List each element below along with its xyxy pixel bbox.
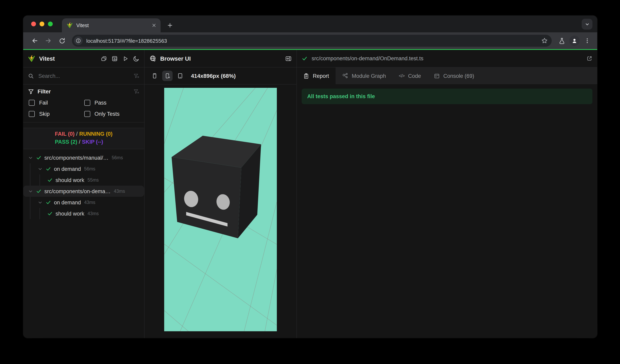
- site-info-button[interactable]: [74, 36, 83, 45]
- vitest-logo: [28, 55, 35, 62]
- device-toolbar: 414x896px (68%): [145, 67, 296, 85]
- test-case-row[interactable]: should work43ms: [23, 208, 144, 219]
- bookmark-star-button[interactable]: [541, 38, 548, 44]
- browser-tab[interactable]: Vitest: [62, 18, 161, 32]
- phone-plus-icon: [164, 73, 170, 79]
- robot-cube: [171, 136, 261, 238]
- profile-avatar[interactable]: [569, 36, 580, 46]
- panel-title: Browser UI: [160, 55, 191, 62]
- test-file-row-selected[interactable]: src/components/on-dema…43ms: [23, 186, 144, 197]
- browser-menu-button[interactable]: [581, 35, 593, 47]
- new-tab-button[interactable]: [164, 19, 176, 31]
- open-external-button[interactable]: [587, 56, 592, 61]
- checkbox[interactable]: [84, 111, 90, 117]
- tab-module-graph[interactable]: Module Graph: [335, 67, 392, 84]
- dashboard-icon: [111, 55, 118, 62]
- fail-count: FAIL (0): [55, 131, 75, 137]
- device-phone-button[interactable]: [149, 71, 160, 81]
- kebab-menu-icon: [584, 38, 590, 44]
- info-icon: [76, 38, 81, 44]
- test-case-row[interactable]: should work55ms: [23, 175, 144, 186]
- filter-option-pass[interactable]: Pass: [84, 100, 140, 106]
- code-icon: </>: [399, 73, 404, 79]
- module-graph-icon: [342, 73, 348, 79]
- chevron-down-icon[interactable]: [38, 166, 43, 171]
- pass-check-icon: [47, 211, 53, 216]
- file-header: src/components/on-demand/OnDemand.test.t…: [297, 50, 597, 67]
- browser-ui-panel: Browser UI 414x896px: [145, 50, 297, 338]
- tab-search-button[interactable]: [582, 19, 592, 29]
- test-suite-row[interactable]: on demand56ms: [23, 163, 144, 175]
- reload-icon: [59, 37, 65, 44]
- device-phone-plus-button[interactable]: [162, 71, 172, 81]
- run-all-button[interactable]: [122, 55, 129, 62]
- reload-button[interactable]: [56, 35, 68, 47]
- flask-icon: [558, 37, 565, 44]
- phone-icon: [151, 73, 158, 79]
- filter-x-icon: [133, 89, 140, 95]
- sidebar-header: Vitest: [23, 50, 144, 67]
- device-tablet-button[interactable]: [175, 71, 185, 81]
- chevron-down-icon[interactable]: [28, 155, 33, 160]
- test-suite-row[interactable]: on demand43ms: [23, 197, 144, 208]
- filter-option-skip[interactable]: Skip: [29, 111, 84, 117]
- back-button[interactable]: [29, 35, 41, 47]
- experiments-button[interactable]: [556, 35, 568, 47]
- filter-x-icon: [133, 73, 140, 79]
- search-input[interactable]: [38, 73, 130, 79]
- pass-check-icon: [46, 166, 51, 172]
- filter-section: Filter Fail Pass Skip Only Tests: [23, 85, 144, 123]
- maximize-window-button[interactable]: [48, 22, 53, 26]
- url-text: localhost:5173/#/?file=1828625563: [86, 38, 541, 44]
- back-arrow-icon: [31, 37, 38, 44]
- forward-button[interactable]: [42, 35, 54, 47]
- chevron-down-icon[interactable]: [38, 200, 43, 205]
- chevron-down-icon[interactable]: [28, 189, 33, 194]
- screen: Vitest: [0, 0, 620, 364]
- checkbox[interactable]: [29, 100, 35, 106]
- pass-check-icon: [47, 177, 53, 183]
- close-window-button[interactable]: [31, 22, 36, 26]
- dashboard-button[interactable]: [111, 55, 118, 62]
- address-bar[interactable]: localhost:5173/#/?file=1828625563: [72, 35, 552, 47]
- tested-app-viewport[interactable]: [164, 88, 277, 331]
- checkbox[interactable]: [84, 100, 90, 106]
- moon-icon: [133, 55, 140, 62]
- browser-toolbar: localhost:5173/#/?file=1828625563: [23, 32, 597, 49]
- panel-right-icon: [285, 55, 292, 62]
- tab-strip: Vitest: [23, 15, 597, 32]
- pass-check-icon: [46, 200, 51, 205]
- vitest-favicon: [67, 22, 73, 28]
- globe-icon: [149, 55, 156, 62]
- tab-close-icon[interactable]: [151, 23, 156, 28]
- test-summary: FAIL (0)/RUNNING (0) PASS (2)/SKIP (--): [23, 128, 144, 149]
- skip-count: SKIP (--): [82, 139, 103, 145]
- sidebar: Vitest: [23, 50, 145, 338]
- test-file-row[interactable]: src/components/manual/…56ms: [23, 152, 144, 163]
- tab-console[interactable]: Console (69): [427, 67, 480, 84]
- pass-count: PASS (2): [55, 139, 77, 145]
- external-link-icon: [587, 56, 592, 61]
- clear-filter-button[interactable]: [133, 89, 140, 95]
- tab-code[interactable]: </> Code: [392, 67, 427, 84]
- clear-search-filter-button[interactable]: [133, 73, 140, 79]
- pass-check-icon: [36, 155, 42, 160]
- dock-panel-button[interactable]: [285, 55, 292, 62]
- search-icon: [28, 73, 34, 79]
- chevron-down-icon: [584, 21, 590, 27]
- clipboard-icon: [303, 73, 309, 79]
- filter-option-fail[interactable]: Fail: [29, 100, 84, 106]
- tab-report[interactable]: Report: [297, 67, 335, 84]
- collapse-windows-button[interactable]: [101, 55, 107, 62]
- file-path: src/components/on-demand/OnDemand.test.t…: [311, 56, 423, 61]
- dark-mode-toggle[interactable]: [133, 55, 140, 62]
- forward-arrow-icon: [45, 37, 52, 44]
- all-tests-passed-banner: All tests passed in this file: [302, 89, 592, 104]
- minimize-window-button[interactable]: [40, 22, 44, 26]
- report-panel: src/components/on-demand/OnDemand.test.t…: [297, 50, 597, 338]
- traffic-lights: [31, 15, 53, 32]
- filter-option-only-tests[interactable]: Only Tests: [84, 111, 140, 117]
- browser-ui-header: Browser UI: [145, 50, 296, 67]
- checkbox[interactable]: [29, 111, 35, 117]
- app-title: Vitest: [39, 55, 55, 62]
